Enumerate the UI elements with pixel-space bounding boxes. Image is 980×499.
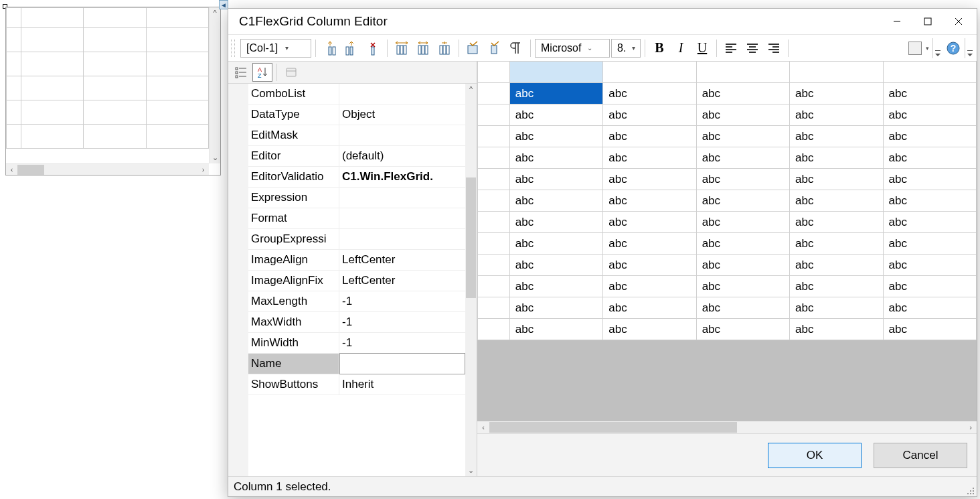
property-value[interactable] [339,353,465,374]
grid-cell[interactable]: abc [603,276,696,297]
property-value[interactable] [339,229,465,249]
grid-cell[interactable]: abc [603,169,696,190]
row-header[interactable] [478,233,510,255]
grid-cell[interactable]: abc [883,276,977,297]
row-header[interactable] [478,190,510,212]
grid-cell[interactable]: abc [603,104,696,126]
property-value[interactable] [339,208,465,228]
grid-cell[interactable]: abc [696,104,789,126]
column-header[interactable] [696,62,789,83]
grid-cell[interactable]: abc [603,233,696,255]
property-value[interactable] [339,84,465,104]
grid-cell[interactable]: abc [509,233,602,255]
property-value[interactable]: LeftCenter [339,250,465,270]
column-selector-dropdown[interactable]: [Col-1] ▾ [240,39,311,58]
help-button[interactable]: ? [943,38,963,58]
property-row[interactable]: EditorValidatioC1.Win.FlexGrid. [248,167,465,188]
grid-cell[interactable]: abc [603,212,696,233]
grid-cell[interactable]: abc [883,83,977,104]
preview-scrollbar-horizontal[interactable]: ‹ › [477,421,977,433]
insert-column-right-button[interactable] [341,38,361,58]
cancel-button[interactable]: Cancel [874,443,967,468]
grid-cell[interactable]: abc [883,104,977,126]
property-row[interactable]: Format [248,208,465,229]
grid-cell[interactable]: abc [696,255,789,276]
grid-cell[interactable]: abc [509,190,602,212]
property-row[interactable]: ShowButtonsInherit [248,374,465,395]
property-row[interactable]: Editor(default) [248,146,465,167]
row-header[interactable] [478,276,510,297]
property-value[interactable]: Inherit [339,374,465,395]
grid-cell[interactable]: abc [509,104,602,126]
grid-cell[interactable]: abc [696,297,789,319]
font-name-dropdown[interactable]: Microsof ⌄ [535,39,610,58]
grid-cell[interactable]: abc [509,126,602,147]
grid-cell[interactable]: abc [790,276,883,297]
property-value[interactable] [339,125,465,145]
propertygrid-scrollbar[interactable]: ^ ⌄ [465,84,477,476]
grid-cell[interactable]: abc [509,319,602,340]
grid-cell[interactable]: abc [696,276,789,297]
property-value[interactable]: LeftCenter [339,271,465,291]
grid-cell[interactable]: abc [883,255,977,276]
bold-button[interactable]: B [649,38,669,58]
corner-header[interactable] [478,62,510,83]
property-row[interactable]: DataTypeObject [248,104,465,125]
grid-cell[interactable]: abc [790,126,883,147]
grid-cell[interactable]: abc [603,297,696,319]
delete-column-button[interactable] [363,38,383,58]
grid-cell[interactable]: abc [790,319,883,340]
property-value[interactable]: -1 [339,333,465,353]
grid-cell[interactable]: abc [883,147,977,169]
row-header[interactable] [478,169,510,190]
resize-grip[interactable] [966,486,975,495]
chevron-down-icon[interactable]: ▾ [923,45,931,52]
grid-cell[interactable]: abc [790,169,883,190]
property-row[interactable]: ImageAlignLeftCenter [248,250,465,271]
grid-cell[interactable]: abc [790,233,883,255]
grid-cell[interactable]: abc [696,83,789,104]
italic-button[interactable]: I [671,38,691,58]
scroll-thumb[interactable] [17,165,44,175]
scroll-right-icon[interactable]: › [965,423,977,431]
align-left-button[interactable] [721,38,741,58]
underline-button[interactable]: U [692,38,712,58]
row-header[interactable] [478,104,510,126]
align-center-button[interactable] [742,38,762,58]
toolbar-overflow[interactable] [932,38,942,58]
column-header[interactable] [603,62,696,83]
grid-cell[interactable]: abc [603,319,696,340]
grid-cell[interactable]: abc [790,255,883,276]
scroll-up-icon[interactable]: ^ [465,84,477,95]
property-row[interactable]: Expression [248,188,465,208]
property-value[interactable]: -1 [339,291,465,311]
ok-button[interactable]: OK [768,443,862,468]
toolbar-grip[interactable] [231,40,235,57]
paragraph-button[interactable] [506,38,526,58]
property-row[interactable]: ComboList [248,84,465,104]
scroll-down-icon[interactable]: ⌄ [465,465,477,476]
column-header[interactable] [790,62,883,83]
preview-flexgrid[interactable]: abcabcabcabcabcabcabcabcabcabcabcabcabca… [477,61,977,340]
grid-cell[interactable]: abc [603,190,696,212]
grid-cell[interactable]: abc [509,297,602,319]
property-value[interactable]: Object [339,104,465,125]
column-header[interactable] [509,62,602,83]
grid-cell[interactable]: abc [696,233,789,255]
row-header[interactable] [478,147,510,169]
grid-cell[interactable]: abc [883,297,977,319]
grid-cell[interactable]: abc [603,83,696,104]
alphabetical-button[interactable]: AZ [252,63,272,82]
property-row[interactable]: EditMask [248,125,465,146]
property-row[interactable]: MinWidth-1 [248,333,465,354]
grid-cell[interactable]: abc [790,297,883,319]
grid-cell[interactable]: abc [790,212,883,233]
scroll-left-icon[interactable]: ‹ [477,423,489,431]
property-row[interactable]: MaxWidth-1 [248,312,465,333]
property-row[interactable]: GroupExpressi [248,229,465,250]
select-all-columns-button[interactable] [463,38,483,58]
grid-cell[interactable]: abc [696,319,789,340]
property-pages-button[interactable] [281,63,301,82]
row-header[interactable] [478,83,510,104]
scroll-left-icon[interactable]: ‹ [6,165,17,173]
